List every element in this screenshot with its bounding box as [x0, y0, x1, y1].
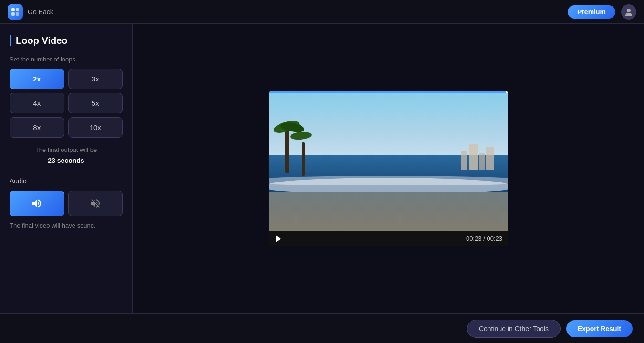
building-3	[479, 153, 485, 170]
svg-point-4	[627, 9, 631, 12]
output-seconds: 23 seconds	[10, 155, 123, 166]
loop-btn-8x[interactable]: 8x	[10, 117, 64, 138]
palm-trunk-1	[285, 130, 289, 173]
sandy-shore	[269, 192, 508, 231]
video-thumbnail	[269, 93, 508, 231]
building-1	[461, 151, 467, 170]
loops-section-label: Set the number of loops	[10, 56, 123, 63]
app-logo-icon	[8, 4, 23, 20]
svg-rect-0	[11, 8, 15, 11]
header-left: Go Back	[8, 4, 53, 20]
building-2	[469, 144, 478, 170]
export-result-button[interactable]: Export Result	[566, 320, 633, 337]
time-separator: /	[483, 235, 485, 242]
audio-options-grid	[10, 191, 123, 216]
user-avatar[interactable]	[621, 4, 636, 20]
total-time: 00:23	[487, 235, 502, 242]
audio-off-button[interactable]	[68, 191, 123, 216]
main-content: Loop Video Set the number of loops 2x 3x…	[0, 24, 644, 313]
time-display: 00:23 / 00:23	[466, 235, 502, 242]
loop-btn-3x[interactable]: 3x	[68, 69, 123, 89]
audio-info-text: The final video will have sound.	[10, 222, 123, 229]
svg-rect-2	[11, 12, 15, 16]
svg-marker-5	[276, 235, 281, 242]
footer: Continue in Other Tools Export Result	[0, 313, 644, 343]
premium-button[interactable]: Premium	[568, 5, 615, 19]
loop-btn-10x[interactable]: 10x	[68, 117, 123, 138]
svg-rect-3	[16, 12, 19, 16]
loop-btn-4x[interactable]: 4x	[10, 93, 64, 113]
wave-2	[269, 178, 508, 192]
output-info: The final output will be 23 seconds	[10, 145, 123, 166]
buildings	[461, 144, 494, 170]
video-controls: 00:23 / 00:23	[269, 231, 508, 246]
palm-trunk-2	[302, 142, 305, 176]
svg-rect-1	[16, 8, 19, 11]
go-back-button[interactable]: Go Back	[28, 8, 53, 16]
loop-options-grid: 2x 3x 4x 5x 8x 10x	[10, 69, 123, 138]
continue-other-tools-button[interactable]: Continue in Other Tools	[467, 320, 561, 338]
sidebar: Loop Video Set the number of loops 2x 3x…	[0, 24, 133, 313]
sidebar-title: Loop Video	[10, 35, 123, 46]
preview-area: 00:23 / 00:23	[133, 24, 644, 313]
loop-btn-5x[interactable]: 5x	[68, 93, 123, 113]
app-header: Go Back Premium	[0, 0, 644, 24]
loop-btn-2x[interactable]: 2x	[10, 69, 64, 89]
play-button[interactable]	[274, 235, 282, 242]
video-player: 00:23 / 00:23	[269, 91, 508, 246]
current-time: 00:23	[466, 235, 482, 242]
audio-on-button[interactable]	[10, 191, 64, 216]
audio-section-label: Audio	[10, 177, 123, 185]
building-4	[486, 147, 494, 170]
